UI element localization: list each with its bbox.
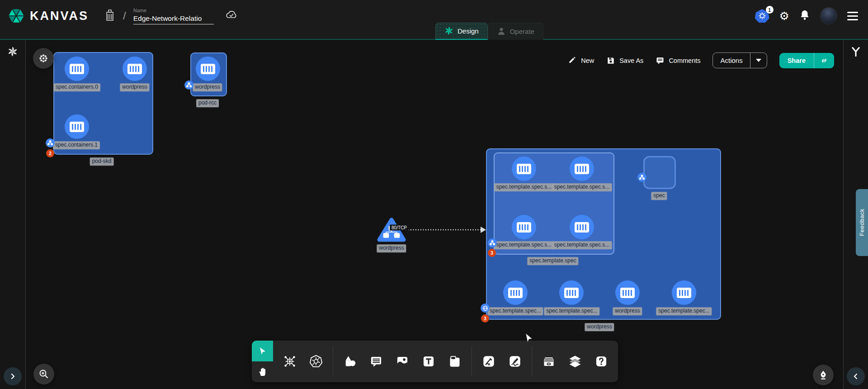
- meshery-spiral-icon[interactable]: [7, 46, 18, 59]
- shapes-tool-button[interactable]: [339, 349, 361, 374]
- select-tool-button[interactable]: [252, 341, 273, 361]
- design-name-input[interactable]: [133, 14, 214, 24]
- deployment-count-badge[interactable]: 3: [481, 314, 489, 323]
- tab-operate-label: Operate: [510, 28, 534, 35]
- node-label-chip: spec.containers.0: [53, 83, 100, 91]
- node-template-container[interactable]: [672, 280, 696, 305]
- node-template-container[interactable]: [512, 157, 536, 181]
- group-label-chip: wordpress: [585, 323, 614, 331]
- kanvas-logo[interactable]: KANVAS: [7, 7, 89, 25]
- pencil-scribble-icon: [509, 355, 521, 368]
- actions-label: Actions: [713, 53, 750, 68]
- template-relationship-badge[interactable]: [488, 238, 497, 247]
- node-template-container[interactable]: [503, 280, 528, 305]
- collapse-right-panel-button[interactable]: [847, 367, 865, 385]
- tab-design-label: Design: [458, 27, 479, 35]
- brand-text: KANVAS: [30, 9, 89, 23]
- help-tool-button[interactable]: [590, 349, 613, 374]
- mouse-cursor: [525, 333, 535, 344]
- node-wordpress-service[interactable]: [377, 217, 406, 244]
- kubernetes-tool-button[interactable]: [305, 349, 327, 374]
- kubernetes-context-button[interactable]: 1: [755, 9, 769, 23]
- node-label-chip: spec.template.spec.s...: [494, 241, 554, 249]
- copy-link-button[interactable]: [814, 53, 834, 68]
- app-header: KANVAS / Name: [0, 0, 868, 39]
- node-wordpress-container[interactable]: [196, 57, 220, 81]
- cloud-saved-icon: [225, 9, 238, 22]
- canvas-toolbar: [252, 341, 618, 382]
- badge-count: 3: [484, 316, 486, 321]
- feedback-label: Feedback: [859, 209, 865, 236]
- node-template-container[interactable]: [559, 280, 584, 305]
- hand-icon: [257, 366, 268, 377]
- service-edge[interactable]: [406, 224, 487, 235]
- save-as-button[interactable]: Save As: [606, 56, 643, 65]
- node-label-chip: spec.template.spec.s...: [494, 183, 554, 191]
- notifications-bell-icon[interactable]: [799, 9, 810, 23]
- node-template-container[interactable]: [570, 215, 594, 239]
- comment-icon: [656, 56, 665, 65]
- note-tool-button[interactable]: [443, 349, 466, 374]
- new-button[interactable]: New: [568, 56, 594, 65]
- components-tool-button[interactable]: [278, 349, 301, 374]
- settings-gear-icon[interactable]: ⚙: [779, 10, 789, 22]
- user-avatar[interactable]: [820, 7, 837, 24]
- pod-relationship-badge[interactable]: [184, 81, 193, 90]
- hierarchy-icon: [186, 82, 192, 88]
- deployment-relationship-badge[interactable]: [481, 304, 490, 313]
- text-tool-button[interactable]: [417, 349, 440, 374]
- node-spec-containers-1[interactable]: [65, 114, 89, 139]
- node-label-chip: spec.template.spec.s...: [552, 241, 612, 249]
- container-icon: [564, 288, 579, 298]
- zoom-in-button[interactable]: [33, 364, 54, 384]
- tabbar-underline: [0, 39, 868, 40]
- chip-circuit-icon: [283, 355, 296, 368]
- drawer-icon: [542, 355, 555, 368]
- select-tool-column: [252, 341, 273, 382]
- shapes-icon: [344, 355, 356, 368]
- tab-design[interactable]: Design: [435, 23, 488, 40]
- link-icon: [820, 57, 828, 65]
- comment-bubble-icon: [370, 355, 382, 368]
- node-template-container[interactable]: [570, 157, 594, 181]
- canvas-options-button[interactable]: [33, 48, 54, 69]
- pod-skd-count-badge[interactable]: 2: [46, 149, 54, 157]
- node-spec-containers-0[interactable]: [65, 57, 89, 81]
- freehand-draw-tool-button[interactable]: [504, 349, 526, 374]
- spec-relationship-badge[interactable]: [637, 173, 646, 182]
- comment-tool-button[interactable]: [365, 349, 387, 374]
- feedback-tab[interactable]: Feedback: [856, 189, 868, 256]
- node-wordpress-container[interactable]: [615, 280, 640, 305]
- container-icon: [517, 222, 531, 232]
- yaml-panel-icon[interactable]: [850, 46, 861, 59]
- node-label-chip: spec.template.spec...: [487, 307, 543, 315]
- image-tool-button[interactable]: [391, 349, 414, 374]
- node-label-chip: wordpress: [613, 307, 642, 315]
- container-icon: [575, 222, 589, 232]
- share-split-button[interactable]: Share: [779, 53, 834, 68]
- actions-dropdown-button[interactable]: [750, 53, 767, 68]
- template-count-badge[interactable]: 3: [488, 249, 496, 257]
- design-spiral-icon: [444, 26, 453, 35]
- whiteboard-pen-button[interactable]: [813, 365, 834, 385]
- organization-icon[interactable]: [104, 9, 116, 23]
- pod-relationship-badge[interactable]: [46, 138, 55, 147]
- node-wordpress-container[interactable]: [123, 57, 147, 81]
- layers-tool-button[interactable]: [564, 349, 586, 374]
- tab-operate[interactable]: Operate: [488, 23, 543, 40]
- menu-hamburger-icon[interactable]: [847, 12, 858, 20]
- node-label-chip: spec: [651, 192, 667, 200]
- node-template-container[interactable]: [512, 215, 536, 239]
- drawer-tool-button[interactable]: [538, 349, 560, 374]
- save-as-label: Save As: [619, 57, 643, 64]
- design-canvas[interactable]: New Save As Comments: [26, 40, 843, 389]
- edge-pen-tool-button[interactable]: [477, 349, 500, 374]
- comments-button[interactable]: Comments: [656, 56, 700, 65]
- group-label-chip: pod-skd: [90, 157, 114, 166]
- actions-split-button[interactable]: Actions: [712, 52, 767, 68]
- expand-left-panel-button[interactable]: [4, 367, 22, 385]
- node-spec[interactable]: [643, 156, 676, 189]
- share-label: Share: [779, 53, 814, 68]
- pan-tool-button[interactable]: [252, 361, 273, 382]
- mode-tabs: Design Operate: [435, 23, 543, 40]
